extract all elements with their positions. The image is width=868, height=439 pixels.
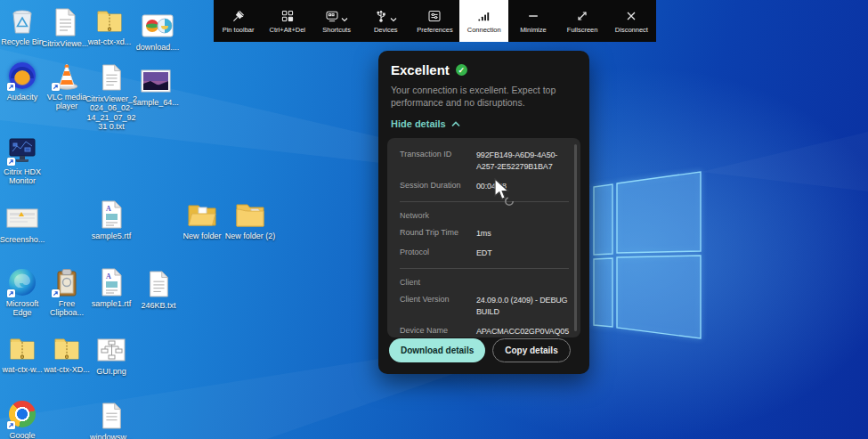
monitor-icon <box>6 135 38 166</box>
desktop-icon-citrix-hdx-monitor[interactable]: Citrix HDX Monitor <box>0 135 48 186</box>
toolbar-devices[interactable]: Devices <box>361 0 410 42</box>
close-icon <box>624 8 638 23</box>
shortcut-arrow-icon <box>52 289 60 297</box>
usb-icon <box>374 9 388 23</box>
chrome-icon <box>6 399 38 429</box>
detail-row-client-version: Client Version 24.09.0.0 (2409) - DEBUG … <box>387 287 580 317</box>
desktop-icon-label: Screensho... <box>0 235 45 244</box>
citrix-session-toolbar: Pin toolbar Ctrl+Alt+Del Shortcuts Devic… <box>214 0 656 42</box>
detail-row-session-duration: Session Duration 00:04:58 <box>387 173 580 192</box>
zip-folder-icon <box>51 333 83 363</box>
text-file-icon <box>49 7 81 37</box>
colorful-image-icon <box>142 11 174 41</box>
shortcut-arrow-icon <box>7 421 15 429</box>
shortcut-arrow-icon <box>7 289 15 297</box>
desktop-icon-label: 246KB.txt <box>141 301 175 310</box>
desktop-icon-label: Google Chrome <box>0 431 48 439</box>
zip-folder-icon <box>6 333 38 363</box>
png-file-icon <box>95 335 127 365</box>
pin-icon <box>231 8 246 23</box>
toolbar-pin-toolbar[interactable]: Pin toolbar <box>214 0 263 42</box>
desktop-icon-label: windowsw... <box>90 433 133 439</box>
shortcut-arrow-icon <box>52 83 60 91</box>
desktop-icon-label: New folder <box>183 232 221 240</box>
desktop-icon-label: wat-ctx-xd... <box>88 37 132 46</box>
desktop-icon-label: sample1.rtf <box>92 299 132 308</box>
desktop-icon-label: Citrix HDX Monitor <box>0 167 48 186</box>
shortcut-arrow-icon <box>7 83 15 91</box>
check-circle-icon: ✓ <box>456 64 467 76</box>
photo-icon <box>140 66 172 96</box>
desktop-icon-246kb[interactable]: 246KB.txt <box>133 269 184 310</box>
desktop-icon-windowsw[interactable]: windowsw... <box>85 401 137 439</box>
desktop-icon-label: sample_64... <box>133 98 179 107</box>
desktop-icon-screenshot[interactable]: Screensho... <box>0 203 48 244</box>
text-file-icon <box>95 401 127 431</box>
desktop-icon-label: download.... <box>136 43 180 52</box>
shortcuts-icon <box>325 9 339 23</box>
folder-icon <box>186 199 218 230</box>
sliders-icon <box>427 8 442 23</box>
toolbar-shortcuts[interactable]: Shortcuts <box>312 0 361 42</box>
desktop-icon-label: GUI.png <box>96 367 126 376</box>
grid-squares-icon <box>280 8 295 23</box>
detail-row-device-name: Device Name APACMACC02GP0VAQ05N <box>387 318 580 338</box>
chevron-down-icon <box>341 16 348 23</box>
copy-details-button[interactable]: Copy details <box>492 338 570 362</box>
desktop-icon-wat-ctx-xd[interactable]: wat-ctx-xd... <box>84 5 135 46</box>
toolbar-preferences[interactable]: Preferences <box>410 0 459 42</box>
connection-status-panel: Excellent ✓ Your connection is excellent… <box>378 51 589 374</box>
chevron-down-icon <box>390 16 397 23</box>
desktop-icon-sample5[interactable]: A sample5.rtf <box>85 199 137 240</box>
desktop-icon-label: New folder (2) <box>225 232 276 240</box>
desktop-icon-new-folder[interactable]: New folder <box>176 199 228 240</box>
signal-bars-icon <box>476 8 491 23</box>
desktop-icon-label: wat-ctx-w... <box>2 365 42 374</box>
detail-row-transaction-id: Transaction ID 992FB149-A6D9-4A50-A257-2… <box>387 138 580 172</box>
desktop-icon-label: wat-ctx-XD... <box>44 365 90 374</box>
recycle-bin-icon <box>6 5 38 36</box>
rtf-file-icon: A <box>95 267 127 297</box>
connection-details-card: Transaction ID 992FB149-A6D9-4A50-A257-2… <box>387 138 580 337</box>
svg-text:A: A <box>106 205 111 213</box>
vlc-cone-icon <box>51 61 83 91</box>
text-file-icon <box>95 62 127 93</box>
clipboard-icon <box>51 267 83 297</box>
chevron-up-icon <box>451 121 460 127</box>
section-network: Network <box>387 202 580 220</box>
status-title: Excellent <box>391 62 450 77</box>
desktop-icon-label: sample5.rtf <box>92 232 132 240</box>
rtf-file-icon: A <box>95 199 127 230</box>
desktop-icon-label: Recycle Bin <box>1 37 44 46</box>
toolbar-fullscreen[interactable]: Fullscreen <box>558 0 607 42</box>
toolbar-disconnect[interactable]: Disconnect <box>607 0 656 42</box>
text-file-icon <box>142 269 174 299</box>
desktop-icon-new-folder-2[interactable]: New folder (2) <box>224 199 276 240</box>
desktop-icon-label: CitrixViewe... <box>42 39 88 48</box>
section-client: Client <box>387 269 580 287</box>
desktop-icon-sample1[interactable]: A sample1.rtf <box>85 267 137 308</box>
toolbar-minimize[interactable]: Minimize <box>508 0 557 42</box>
download-details-button[interactable]: Download details <box>389 338 485 362</box>
audacity-icon <box>6 61 38 91</box>
detail-row-protocol: Protocol EDT <box>387 240 580 259</box>
desktop-icon-gui-png[interactable]: GUI.png <box>85 335 137 376</box>
folder-doc-icon <box>234 199 266 230</box>
fullscreen-icon <box>575 8 589 23</box>
zip-folder-icon <box>93 5 126 36</box>
desktop-icon-sample64[interactable]: sample_64... <box>130 66 182 107</box>
toolbar-ctrl-alt-del[interactable]: Ctrl+Alt+Del <box>263 0 312 42</box>
desktop-icon-label: Audacity <box>7 93 38 102</box>
details-scrollbar[interactable] <box>574 144 577 331</box>
edge-icon <box>6 267 38 297</box>
detail-row-round-trip-time: Round Trip Time 1ms <box>387 220 580 240</box>
status-description: Your connection is excellent. Expect top… <box>391 84 574 109</box>
svg-text:A: A <box>106 272 111 280</box>
toolbar-connection[interactable]: Connection <box>459 0 508 42</box>
hide-details-link[interactable]: Hide details <box>391 118 577 129</box>
shortcut-arrow-icon <box>7 158 15 166</box>
desktop-icon-download[interactable]: download.... <box>132 11 183 52</box>
minimize-icon <box>526 8 540 23</box>
desktop-icon-google-chrome[interactable]: Google Chrome <box>0 399 48 439</box>
screenshot-icon <box>6 203 38 233</box>
